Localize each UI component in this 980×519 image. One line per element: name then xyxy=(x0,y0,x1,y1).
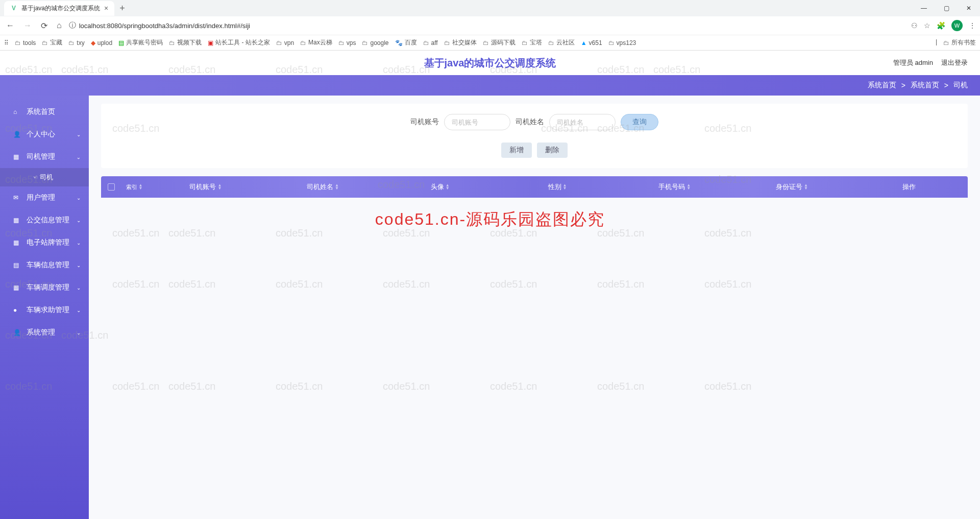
sidebar-subitem-driver[interactable]: ☜司机 xyxy=(0,168,89,186)
th-gender[interactable]: 性别▲▼ xyxy=(499,176,616,198)
bookmark-item[interactable]: ▤共享账号密码 xyxy=(118,38,163,47)
th-action: 操作 xyxy=(850,176,968,198)
query-button[interactable]: 查询 xyxy=(621,114,658,130)
bookmark-item[interactable]: 🗀宝塔 xyxy=(522,38,542,47)
star-icon[interactable]: ☆ xyxy=(924,21,930,30)
list-icon: ▤ xyxy=(13,262,20,269)
sidebar-item-driver[interactable]: ▦司机管理⌃ xyxy=(0,146,89,168)
th-phone[interactable]: 手机号码▲▼ xyxy=(616,176,733,198)
dot-icon: ● xyxy=(13,306,20,314)
pointer-icon: ☜ xyxy=(33,174,38,181)
account-input[interactable] xyxy=(444,114,510,130)
chevron-down-icon: ⌄ xyxy=(77,240,81,246)
url-field[interactable]: ⓘ localhost:8080/springbootdha3s/admin/d… xyxy=(69,21,906,30)
bookmark-item[interactable]: ◆uplod xyxy=(91,39,112,46)
reload-button[interactable]: ⟳ xyxy=(39,21,50,31)
sidebar-item-station[interactable]: ▦电子站牌管理⌄ xyxy=(0,231,89,254)
sidebar-item-home[interactable]: ⌂系统首页 xyxy=(0,101,89,123)
bookmark-item[interactable]: 🐾百度 xyxy=(395,38,417,47)
name-label: 司机姓名 xyxy=(516,117,544,127)
th-index[interactable]: 索引▲▼ xyxy=(121,176,147,198)
bookmark-item[interactable]: 🗀tools xyxy=(15,39,36,46)
home-button[interactable]: ⌂ xyxy=(55,21,64,30)
sidebar: ⌂系统首页 👤个人中心⌄ ▦司机管理⌃ ☜司机 ✉用户管理⌄ ▦公交信息管理⌄ … xyxy=(0,96,89,519)
chevron-down-icon: ⌄ xyxy=(77,218,81,223)
th-checkbox[interactable] xyxy=(101,176,121,198)
minimize-icon[interactable]: — xyxy=(913,0,935,16)
breadcrumb-bar: 系统首页 > 系统首页 > 司机 xyxy=(0,75,980,96)
sidebar-item-dispatch[interactable]: ▦车辆调度管理⌄ xyxy=(0,276,89,299)
chevron-down-icon: ⌄ xyxy=(77,132,81,137)
bookmark-item[interactable]: 🗀vps xyxy=(338,39,356,46)
tab-title: 基于java的城市公交调度系统 xyxy=(21,4,100,13)
user-icon: 👤 xyxy=(13,131,20,138)
sort-icon: ▲▼ xyxy=(217,184,222,190)
chevron-down-icon: ⌄ xyxy=(77,195,81,201)
table: 索引▲▼ 司机账号▲▼ 司机姓名▲▼ 头像▲▼ 性别▲▼ 手机号码▲▼ 身份证号… xyxy=(101,176,968,198)
th-account[interactable]: 司机账号▲▼ xyxy=(147,176,264,198)
close-window-icon[interactable]: ✕ xyxy=(958,0,980,16)
user-icon: 👤 xyxy=(13,329,20,336)
tab-favicon: V xyxy=(10,5,17,12)
all-bookmarks[interactable]: 🗀所有书签 xyxy=(943,38,976,47)
logout-button[interactable]: 退出登录 xyxy=(941,58,968,67)
grid-icon: ▦ xyxy=(13,153,20,160)
grid-icon: ▦ xyxy=(13,217,20,224)
window-controls: — ▢ ✕ xyxy=(913,0,980,16)
sidebar-item-bus[interactable]: ▦公交信息管理⌄ xyxy=(0,209,89,231)
bookmark-item[interactable]: ▣站长工具 - 站长之家 xyxy=(208,38,270,47)
address-bar: ← → ⟳ ⌂ ⓘ localhost:8080/springbootdha3s… xyxy=(0,16,980,35)
profile-avatar[interactable]: W xyxy=(951,20,963,31)
sort-icon: ▲▼ xyxy=(139,184,143,190)
new-tab-button[interactable]: + xyxy=(114,3,130,14)
name-input[interactable] xyxy=(549,114,616,130)
back-button[interactable]: ← xyxy=(4,21,16,30)
bookmark-item[interactable]: 🗀txy xyxy=(68,39,84,46)
table-header: 索引▲▼ 司机账号▲▼ 司机姓名▲▼ 头像▲▼ 性别▲▼ 手机号码▲▼ 身份证号… xyxy=(101,176,968,198)
sidebar-item-vehicle[interactable]: ▤车辆信息管理⌄ xyxy=(0,254,89,276)
bookmark-item[interactable]: 🗀宝藏 xyxy=(42,38,62,47)
bookmark-item[interactable]: 🗀云社区 xyxy=(548,38,575,47)
close-tab-icon[interactable]: × xyxy=(104,4,108,12)
translate-icon[interactable]: ⚇ xyxy=(911,21,918,30)
chevron-down-icon: ⌄ xyxy=(77,330,81,336)
add-button[interactable]: 新增 xyxy=(501,143,532,158)
info-icon: ⓘ xyxy=(69,21,76,30)
sidebar-item-profile[interactable]: 👤个人中心⌄ xyxy=(0,123,89,146)
sidebar-item-system[interactable]: 👤系统管理⌄ xyxy=(0,321,89,344)
more-icon[interactable]: ⋮ xyxy=(969,21,976,30)
bookmark-item[interactable]: 🗀google xyxy=(362,39,388,46)
maximize-icon[interactable]: ▢ xyxy=(935,0,958,16)
chevron-down-icon: ⌄ xyxy=(77,308,81,313)
extensions-icon[interactable]: 🧩 xyxy=(937,21,945,30)
browser-tab[interactable]: V 基于java的城市公交调度系统 × xyxy=(4,1,114,16)
sidebar-item-help[interactable]: ●车辆求助管理⌄ xyxy=(0,299,89,321)
sort-icon: ▲▼ xyxy=(804,184,808,190)
app-root: 基于java的城市公交调度系统 管理员 admin 退出登录 系统首页 > 系统… xyxy=(0,51,980,519)
bookmark-item[interactable]: 🗀aff xyxy=(423,39,438,46)
breadcrumb-current: 司机 xyxy=(953,81,968,90)
chevron-down-icon: ⌄ xyxy=(77,285,81,291)
bookmark-item[interactable]: 🗀Max云梯 xyxy=(300,38,332,47)
forward-button[interactable]: → xyxy=(21,21,34,30)
th-avatar[interactable]: 头像▲▼ xyxy=(381,176,499,198)
sort-icon: ▲▼ xyxy=(446,184,450,190)
bookmark-item[interactable]: ▲v651 xyxy=(581,39,602,46)
bookmark-item[interactable]: 🗀社交媒体 xyxy=(444,38,477,47)
bookmark-item[interactable]: 🗀vps123 xyxy=(608,39,636,46)
bookmark-item[interactable]: 🗀视频下载 xyxy=(169,38,202,47)
delete-button[interactable]: 删除 xyxy=(537,143,568,158)
th-name[interactable]: 司机姓名▲▼ xyxy=(264,176,382,198)
breadcrumb-item[interactable]: 系统首页 xyxy=(911,81,939,90)
sort-icon: ▲▼ xyxy=(563,184,567,190)
apps-icon[interactable]: ⠿ xyxy=(4,39,9,46)
breadcrumb-home[interactable]: 系统首页 xyxy=(868,81,896,90)
admin-label[interactable]: 管理员 admin xyxy=(893,58,933,67)
bookmark-item[interactable]: 🗀vpn xyxy=(276,39,294,46)
th-idcard[interactable]: 身份证号▲▼ xyxy=(733,176,851,198)
bookmark-item[interactable]: 🗀源码下载 xyxy=(483,38,516,47)
tab-bar: V 基于java的城市公交调度系统 × + — ▢ ✕ xyxy=(0,0,980,16)
bookmarks-more[interactable]: | xyxy=(936,38,937,47)
sidebar-item-user[interactable]: ✉用户管理⌄ xyxy=(0,186,89,209)
app-title: 基于java的城市公交调度系统 xyxy=(424,56,556,70)
